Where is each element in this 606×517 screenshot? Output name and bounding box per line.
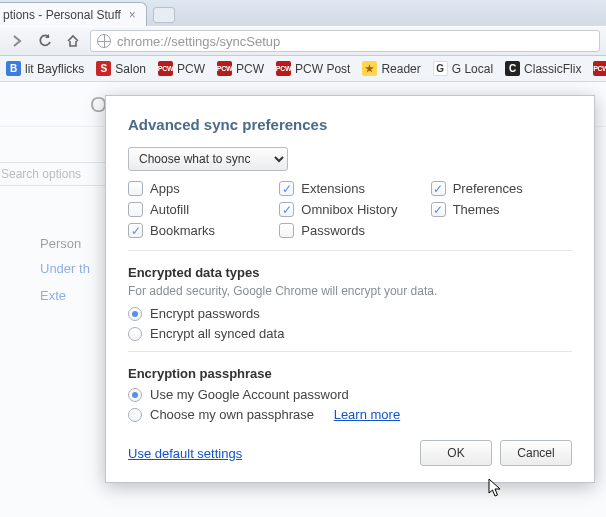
bookmark-label: PCW Post [295, 62, 350, 76]
bookmarks-bar: Blit BayflicksSSalonPCWPCWPCWPCWPCWPCW P… [0, 56, 606, 82]
bookmark-label: G Local [452, 62, 493, 76]
google-password-radio[interactable]: Use my Google Account password [128, 387, 572, 402]
dialog-footer: Use default settings OK Cancel [128, 440, 572, 466]
sync-check-themes[interactable]: ✓Themes [431, 202, 572, 217]
sync-check-omnibox[interactable]: ✓Omnibox History [279, 202, 420, 217]
checkbox-icon [279, 223, 294, 238]
encrypted-types-sub: For added security, Google Chrome will e… [128, 284, 572, 298]
sync-check-apps[interactable]: Apps [128, 181, 269, 196]
bookmark-icon: PCW [158, 61, 173, 76]
checkbox-icon: ✓ [279, 181, 294, 196]
checkbox-icon [128, 181, 143, 196]
bookmark-icon: B [6, 61, 21, 76]
sync-mode-select[interactable]: Choose what to sync [128, 147, 288, 171]
bookmark-item[interactable]: PCWPCW Post [276, 61, 350, 76]
new-tab-button[interactable] [153, 7, 175, 23]
checkbox-icon: ✓ [431, 202, 446, 217]
checkbox-label: Apps [150, 181, 180, 196]
sync-items-grid: Apps✓Extensions✓PreferencesAutofill✓Omni… [128, 181, 572, 238]
encrypt-passwords-radio[interactable]: Encrypt passwords [128, 306, 572, 321]
bookmark-icon: C [505, 61, 520, 76]
checkbox-label: Preferences [453, 181, 523, 196]
radio-label: Use my Google Account password [150, 387, 349, 402]
radio-icon [128, 408, 142, 422]
bookmark-label: PCW [236, 62, 264, 76]
cancel-button[interactable]: Cancel [500, 440, 572, 466]
radio-label: Choose my own passphrase [150, 407, 314, 422]
checkbox-label: Themes [453, 202, 500, 217]
sync-check-passwords[interactable]: Passwords [279, 223, 420, 238]
checkbox-label: Passwords [301, 223, 365, 238]
address-bar[interactable]: chrome://settings/syncSetup [90, 30, 600, 52]
bookmark-label: ClassicFlix [524, 62, 581, 76]
encrypted-types-title: Encrypted data types [128, 265, 572, 280]
radio-label: Encrypt passwords [150, 306, 260, 321]
radio-icon [128, 307, 142, 321]
bookmark-item[interactable]: PCWPCW [158, 61, 205, 76]
sync-check-preferences[interactable]: ✓Preferences [431, 181, 572, 196]
bookmark-icon: S [96, 61, 111, 76]
advanced-sync-dialog: Advanced sync preferences Choose what to… [105, 95, 595, 483]
encrypt-all-radio[interactable]: Encrypt all synced data [128, 326, 572, 341]
bookmark-icon: PCW [276, 61, 291, 76]
radio-icon [128, 327, 142, 341]
bookmark-item[interactable]: PCWPCW [217, 61, 264, 76]
ok-button[interactable]: OK [420, 440, 492, 466]
url-text: chrome://settings/syncSetup [117, 34, 280, 49]
checkbox-label: Bookmarks [150, 223, 215, 238]
bookmark-item[interactable]: Blit Bayflicks [6, 61, 84, 76]
use-default-link[interactable]: Use default settings [128, 446, 242, 461]
radio-icon [128, 388, 142, 402]
close-tab-icon[interactable]: × [129, 8, 136, 22]
checkbox-label: Omnibox History [301, 202, 397, 217]
home-button[interactable] [62, 30, 84, 52]
sync-check-bookmarks[interactable]: ✓Bookmarks [128, 223, 269, 238]
bookmark-icon: ★ [362, 61, 377, 76]
radio-label: Encrypt all synced data [150, 326, 284, 341]
checkbox-label: Autofill [150, 202, 189, 217]
checkbox-icon [128, 202, 143, 217]
bookmark-item[interactable]: GG Local [433, 61, 493, 76]
learn-more-link[interactable]: Learn more [334, 407, 400, 422]
bookmark-icon: G [433, 61, 448, 76]
passphrase-title: Encryption passphrase [128, 366, 572, 381]
bookmark-label: Salon [115, 62, 146, 76]
own-passphrase-radio[interactable]: Choose my own passphrase Learn more [128, 407, 572, 422]
reload-button[interactable] [34, 30, 56, 52]
bookmark-item[interactable]: SSalon [96, 61, 146, 76]
bookmark-label: lit Bayflicks [25, 62, 84, 76]
sync-check-extensions[interactable]: ✓Extensions [279, 181, 420, 196]
checkbox-icon: ✓ [279, 202, 294, 217]
bookmark-item[interactable]: PCWAnswer Line [593, 61, 606, 76]
sync-check-autofill[interactable]: Autofill [128, 202, 269, 217]
forward-button[interactable] [6, 30, 28, 52]
bookmark-icon: PCW [593, 61, 606, 76]
tab-title: ptions - Personal Stuff [3, 8, 121, 22]
browser-tab[interactable]: ptions - Personal Stuff × [0, 2, 147, 26]
bookmark-item[interactable]: CClassicFlix [505, 61, 581, 76]
checkbox-icon: ✓ [128, 223, 143, 238]
browser-toolbar: chrome://settings/syncSetup [0, 26, 606, 56]
dialog-title: Advanced sync preferences [128, 116, 572, 133]
checkbox-label: Extensions [301, 181, 365, 196]
tab-strip: ptions - Personal Stuff × [0, 0, 606, 26]
checkbox-icon: ✓ [431, 181, 446, 196]
bookmark-label: Reader [381, 62, 420, 76]
bookmark-item[interactable]: ★Reader [362, 61, 420, 76]
bookmark-icon: PCW [217, 61, 232, 76]
globe-icon [97, 34, 111, 48]
bookmark-label: PCW [177, 62, 205, 76]
